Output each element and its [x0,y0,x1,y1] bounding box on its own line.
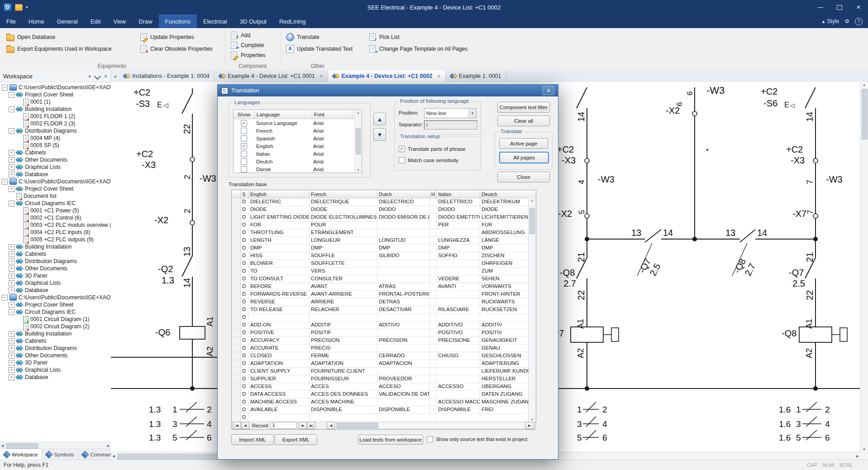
column-header-language[interactable]: Language [255,110,312,119]
row-selector[interactable] [232,383,241,390]
translation-row[interactable]: DPOSITIVEPOSITIFPOSITIVOPOSITIV [232,329,536,337]
tree-item[interactable]: −Distribution Diagrams [0,127,111,134]
menu-tab-functions[interactable]: Functions [159,14,197,28]
tree-item[interactable]: 0005 SP (5) [0,142,111,149]
tree-expander[interactable]: + [9,186,14,192]
scroll-up-icon[interactable]: ▲ [357,111,360,114]
row-selector[interactable] [232,414,241,421]
language-show-checkbox[interactable] [241,135,247,142]
translation-row[interactable]: DDIELECTRICDIELECTRIQUEDIELECTRICODIELET… [232,198,536,206]
tree-item[interactable]: 0002 Circuit Diagram (2) [0,323,111,330]
row-selector[interactable] [232,368,241,375]
language-row[interactable]: ✓EnglishArial [234,142,362,150]
translation-row[interactable]: D [232,314,536,321]
scroll-down-icon[interactable]: ▼ [357,168,360,172]
add-component-button[interactable]: Add [230,31,250,40]
language-show-checkbox[interactable]: ✓ [241,143,247,149]
menu-tab-home[interactable]: Home [22,14,51,28]
row-selector[interactable] [232,237,241,244]
row-selector[interactable] [232,206,241,213]
tree-item[interactable]: −Circuit Diagrams IEC [0,308,111,316]
move-language-up-button[interactable]: ▲ [373,113,386,125]
translation-row[interactable]: DTO CONSULTCONSULTERVEDERESEHEN [232,275,536,283]
pick-list-button[interactable]: Pick List [368,33,400,42]
row-selector[interactable] [232,329,241,336]
close-dialog-button[interactable]: Close [497,172,550,182]
component-text-filter-button[interactable]: Component text filter [497,102,550,113]
row-selector[interactable] [232,337,241,344]
tree-item[interactable]: +Cabinets [0,250,111,258]
language-show-checkbox[interactable] [241,151,247,157]
translation-row[interactable]: DACCESSACCESACCESOACCESSOÜBERGANG [232,383,536,391]
tree-expander[interactable]: + [9,360,14,366]
quick-access-customize-icon[interactable]: ▾ [26,5,28,10]
row-selector[interactable] [232,229,241,236]
base-column-header[interactable]: H [430,190,437,198]
canvas-vertical-scrollbar[interactable]: ▲ ▼ [860,82,868,452]
row-selector[interactable] [232,352,241,360]
scroll-left-button[interactable]: ◀ [327,422,335,429]
tree-expander[interactable]: + [9,259,14,264]
translation-row[interactable]: DCLOSEDFERMECERRADOCHIUSOGESCHLOSSEN [232,352,536,360]
tree-expander[interactable]: + [9,157,14,163]
translation-row[interactable]: DREVERSEARRIEREDETRASRUCKWARTS [232,298,536,306]
menu-tab-edit[interactable]: Edit [84,14,107,28]
move-language-down-button[interactable]: ▼ [373,128,386,141]
tree-item[interactable]: −Building Installation [0,106,111,113]
base-vertical-scrollbar[interactable]: ▲ ▼ [528,198,536,422]
position-select[interactable]: New line ▾ [424,108,477,118]
scroll-right-icon[interactable]: ▶ [107,444,110,448]
update-properties-button[interactable]: Update Properties [139,33,194,42]
tree-expander[interactable]: + [9,244,14,250]
tree-item[interactable]: 0001 FLOOR 1 (2) [0,113,111,120]
menu-tab-general[interactable]: General [51,14,84,28]
close-button[interactable]: ✕ [849,0,868,14]
base-column-header[interactable] [232,190,241,198]
row-selector[interactable] [232,268,241,275]
import-xml-button[interactable]: Import XML [231,434,274,445]
tree-expander[interactable]: + [9,288,14,293]
help-icon[interactable]: ? [855,18,863,25]
record-first-button[interactable]: |◀ [233,422,241,429]
record-prev-button[interactable]: ◀ [241,422,249,429]
scroll-right-button[interactable]: ▶ [525,422,534,429]
row-selector[interactable] [232,283,241,290]
language-show-checkbox[interactable] [241,166,247,173]
translation-row[interactable]: DSUPPLIERFOURNISSEURPROVEEDORHERSTELLER [232,375,536,383]
tree-expander[interactable]: + [9,353,14,359]
translation-row[interactable]: DACCURACYPRECISIONPRECISIONPRECISIONEGEN… [232,337,536,345]
scroll-left-icon[interactable]: ◀ [112,454,115,458]
scrollbar-thumb[interactable] [529,208,535,234]
tree-expander[interactable]: + [9,251,14,257]
scroll-up-icon[interactable]: ▲ [531,199,534,202]
translation-row[interactable]: DTHROTTLINGETRANGLEMENTABDROSSELUNG [232,229,536,237]
scroll-up-icon[interactable]: ▲ [863,83,866,87]
tree-item[interactable]: +Building Installation [0,243,111,250]
tree-item[interactable]: +Distribution Diagrams [0,345,111,352]
app-logo-icon[interactable]: D [4,3,12,11]
row-selector[interactable] [232,306,241,313]
record-next-button[interactable]: ▶ [299,422,307,429]
base-column-header[interactable]: English [249,190,310,198]
tree-item[interactable]: +Graphical Lists [0,366,111,374]
tree-item[interactable]: +Building Installation [0,330,111,337]
tree-expander[interactable]: + [9,150,14,156]
change-page-template-button[interactable]: Change Page Template on All Pages [368,44,467,53]
tree-item[interactable]: 0003 +C2 PLC moduls overview (7) [0,221,111,229]
tree-item[interactable]: +Database [0,374,111,381]
row-selector[interactable] [232,345,241,352]
row-selector[interactable] [232,298,241,306]
scrollbar-thumb[interactable] [862,89,868,139]
translation-row[interactable]: DMACHINE ACCESSACCES MACHINEACCESSO MACC… [232,398,536,406]
tree-item[interactable]: +Distribution Diagrams [0,258,111,265]
tree-item[interactable]: 0001 Circuit Diagram (1) [0,316,111,323]
scrollbar-thumb[interactable] [6,443,38,449]
row-selector[interactable] [232,252,241,259]
row-selector[interactable] [232,360,241,367]
active-page-button[interactable]: Active page [499,138,548,149]
menu-tab-3d-output[interactable]: 3D Output [234,14,273,28]
tree-item[interactable]: +Database [0,171,111,178]
row-selector[interactable] [232,198,241,206]
translation-row[interactable]: DTO RELEASERELACHERDESACTIVARRILASCIARER… [232,306,536,314]
tree-item[interactable]: 0004 +C2 PLC inputs (8) [0,229,111,236]
